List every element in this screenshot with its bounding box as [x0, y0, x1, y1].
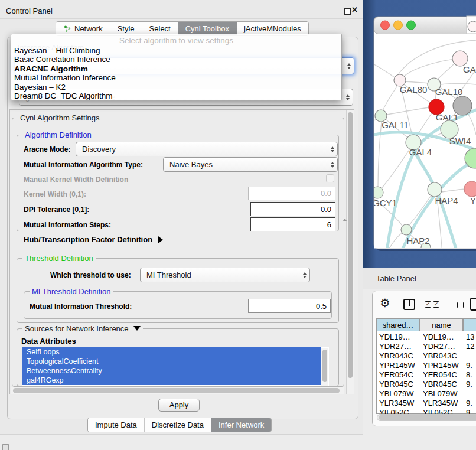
- close-window-button[interactable]: [381, 21, 390, 30]
- gear-icon[interactable]: ⚙: [380, 296, 390, 310]
- tab-label: Style: [118, 24, 135, 33]
- table-cell[interactable]: YBR045C: [423, 380, 460, 389]
- table-cell[interactable]: YDR27…: [423, 342, 460, 351]
- manual-kernel-checkbox[interactable]: [326, 174, 334, 182]
- close-panel-icon[interactable]: ✕: [351, 5, 358, 14]
- mi-steps-field[interactable]: [250, 217, 335, 231]
- table-cell[interactable]: YPR145W: [423, 361, 460, 370]
- kernel-width-field[interactable]: [248, 187, 335, 200]
- apply-button[interactable]: Apply: [158, 399, 200, 412]
- unchecked-column-icon[interactable]: [457, 302, 464, 308]
- table-cell[interactable]: YLR345W: [379, 399, 417, 408]
- aracne-mode-combobox[interactable]: Discovery: [76, 142, 338, 156]
- hub-definition-expander[interactable]: Hub/Transcription Factor Definition: [24, 235, 163, 244]
- checked-column-icon[interactable]: ✓: [425, 301, 431, 308]
- table-cell[interactable]: YER054C: [423, 370, 460, 380]
- aracne-mode-label: Aracne Mode:: [24, 145, 70, 154]
- split-pane-icon[interactable]: [403, 299, 415, 310]
- column-header-2[interactable]: [463, 318, 476, 331]
- algorithm-option-basic-correlation-inference[interactable]: Basic Correlation Inference: [11, 55, 341, 64]
- minimize-window-button[interactable]: [394, 21, 403, 30]
- algorithm-option-mutual-information-inference[interactable]: Mutual Information Inference: [11, 73, 341, 82]
- table-cell[interactable]: 8.: [466, 370, 476, 380]
- mi-type-value: Naive Bayes: [164, 160, 328, 169]
- group-title: Cyni Algorithm Settings: [18, 113, 102, 122]
- node-label-gal: GAL: [463, 64, 476, 74]
- table-cell[interactable]: YDL19…: [423, 332, 460, 342]
- mi-threshold-field[interactable]: [248, 299, 331, 313]
- table-panel-titlebar: Table Panel: [363, 268, 476, 289]
- network-node-salmon[interactable]: [464, 181, 476, 197]
- checked-column-icon[interactable]: ✓: [433, 301, 439, 308]
- table-cell[interactable]: 9.: [466, 380, 476, 389]
- settings-vertical-scrollbar[interactable]: [346, 110, 354, 394]
- table-cell[interactable]: YDR27…: [379, 342, 417, 351]
- which-threshold-combobox[interactable]: MI Threshold: [140, 268, 310, 282]
- table-cell[interactable]: 13: [466, 332, 476, 342]
- table-panel-title: Table Panel: [376, 274, 416, 283]
- tab-label: Network: [74, 24, 103, 33]
- node-label-gcy1: GCY1: [373, 198, 397, 208]
- column-header-shared[interactable]: shared…: [376, 318, 420, 331]
- table-cell[interactable]: YPR145W: [379, 361, 417, 370]
- table-horizontal-scrollbar[interactable]: [377, 414, 476, 421]
- table-cell[interactable]: YDL19…: [379, 332, 417, 342]
- network-view: GALGAL80GAL10GAL1GAL11SWI4GAL4GCY1HAP4YH…: [363, 0, 476, 268]
- column-header-name[interactable]: name: [420, 318, 463, 331]
- table-cell[interactable]: YBL079W: [379, 389, 417, 399]
- sources-collapse-toggle[interactable]: Sources for Network Inference: [22, 324, 143, 333]
- popup-prompt: Select algorithm to view settings: [11, 35, 341, 46]
- network-node-hap2[interactable]: [401, 224, 412, 235]
- tab-discretize-data[interactable]: Discretize Data: [145, 418, 211, 432]
- aracne-mode-value: Discovery: [76, 145, 328, 154]
- bottom-tab-bar: Impute DataDiscretize DataInfer Network: [87, 418, 272, 432]
- table-cell[interactable]: 12: [466, 342, 476, 351]
- unchecked-column-icon[interactable]: [449, 302, 455, 308]
- group-title: MI Threshold Definition: [30, 287, 113, 296]
- table-cell[interactable]: YBL079W: [423, 389, 460, 399]
- algorithm-option-bayesian-k2[interactable]: Bayesian – K2: [11, 83, 341, 92]
- horizontal-scrollbar-thumb[interactable]: [13, 388, 340, 393]
- node-label-hap4: HAP4: [435, 195, 458, 206]
- kernel-width-label: Kernel Width (0,1):: [24, 190, 86, 198]
- algorithm-option-aracne-algorithm[interactable]: ARACNE Algorithm: [11, 64, 341, 73]
- float-panel-icon[interactable]: [344, 8, 351, 15]
- table-panel: ⚙ ✓ ✓ shared…name YDL19…YDL19…13YDR27…YD…: [372, 291, 476, 426]
- algorithm-option-dream8-dc-tdc-algorithm[interactable]: Dream8 DC_TDC Algorithm: [11, 92, 341, 100]
- network-node-corner[interactable]: [468, 21, 476, 32]
- data-attributes-list: SelfLoopsTopologicalCoefficientBetweenne…: [22, 347, 329, 386]
- vertical-scrollbar-thumb[interactable]: [348, 112, 353, 378]
- table-cell[interactable]: 9.: [466, 361, 476, 370]
- tab-label: Infer Network: [219, 420, 264, 429]
- settings-horizontal-scrollbar[interactable]: [11, 387, 344, 394]
- attribute-item-gal4rgexp[interactable]: gal4RGexp: [22, 376, 321, 385]
- zoom-window-button[interactable]: [407, 21, 416, 30]
- check-glyph: ✓: [434, 301, 439, 307]
- dpi-tolerance-label: DPI Tolerance [0,1]:: [24, 206, 89, 214]
- node-label-gal80: GAL80: [400, 84, 428, 94]
- dpi-tolerance-field[interactable]: [250, 202, 335, 216]
- tab-infer-network[interactable]: Infer Network: [211, 418, 271, 432]
- table-cell[interactable]: YBR043C: [379, 351, 417, 361]
- table-cell[interactable]: YER054C: [379, 370, 417, 380]
- table-scrollbar-thumb[interactable]: [379, 415, 476, 420]
- table-cell[interactable]: YBR045C: [379, 380, 417, 389]
- table-cell[interactable]: YLR345W: [423, 399, 460, 408]
- attribute-item-topologicalcoefficient[interactable]: TopologicalCoefficient: [22, 357, 321, 366]
- minimized-panel-icon[interactable]: [2, 444, 9, 450]
- attribute-item-selfloops[interactable]: SelfLoops: [22, 347, 321, 357]
- table-doc-icon[interactable]: [470, 298, 476, 311]
- mi-type-combobox[interactable]: Naive Bayes: [163, 157, 338, 172]
- algorithm-option-bayesian-hill-climbing[interactable]: Bayesian – Hill Climbing: [11, 46, 341, 55]
- attribute-item-betweennesscentrality[interactable]: BetweennessCentrality: [22, 366, 321, 376]
- table-cell[interactable]: YBR043C: [423, 351, 460, 361]
- table-cell[interactable]: 9.: [466, 399, 476, 408]
- tab-impute-data[interactable]: Impute Data: [88, 418, 145, 432]
- tab-label: Cyni Toolbox: [185, 24, 229, 33]
- list-scrollbar[interactable]: [321, 348, 328, 386]
- algorithm-popup: Select algorithm to view settings Bayesi…: [11, 34, 342, 100]
- list-scrollbar-thumb[interactable]: [322, 350, 327, 382]
- splitter-caret-icon[interactable]: [343, 219, 347, 221]
- manual-kernel-label: Manual Kernel Width Definition: [24, 175, 128, 184]
- network-node-hap4[interactable]: [428, 182, 442, 197]
